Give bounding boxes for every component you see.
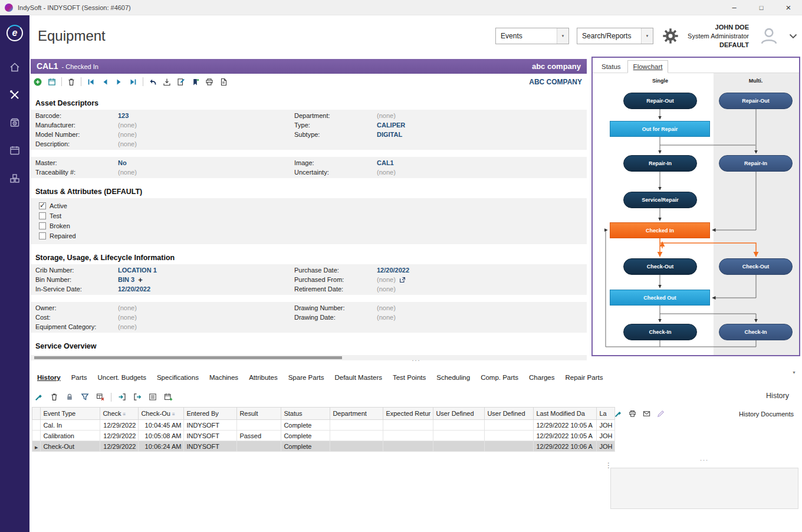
settings-gear-icon[interactable] bbox=[661, 27, 680, 45]
flow-node-checked-in-current[interactable]: Checked In bbox=[610, 222, 710, 238]
tab-repair-parts[interactable]: Repair Parts bbox=[560, 372, 609, 383]
checkbox-test[interactable] bbox=[39, 212, 46, 219]
navigate-previous-icon[interactable] bbox=[100, 77, 110, 87]
column-header-event-type[interactable]: Event Type bbox=[41, 408, 100, 420]
search-reports-dropdown[interactable]: Search/Reports bbox=[577, 28, 653, 44]
report-icon[interactable] bbox=[219, 77, 228, 87]
sidebar-item-home[interactable] bbox=[0, 54, 29, 82]
sidebar-item-equipment[interactable] bbox=[0, 82, 29, 110]
navigate-next-icon[interactable] bbox=[114, 77, 124, 87]
maximize-button[interactable] bbox=[748, 0, 775, 15]
bookmark-add-icon[interactable] bbox=[190, 77, 200, 87]
lock-icon[interactable] bbox=[65, 392, 74, 402]
user-menu-chevron-icon[interactable] bbox=[789, 34, 797, 39]
undo-icon[interactable] bbox=[148, 77, 157, 87]
flow-node-service-repair[interactable]: Service/Repair bbox=[623, 192, 697, 208]
edit-tool-icon[interactable] bbox=[614, 409, 623, 418]
history-row[interactable]: Calibration 12/29/2022 10:05:08 AM INDYS… bbox=[32, 431, 615, 441]
column-header-check-out[interactable]: Check-Ou bbox=[139, 408, 184, 420]
tab-comp-parts[interactable]: Comp. Parts bbox=[475, 372, 524, 383]
tab-flowchart[interactable]: Flowchart bbox=[627, 60, 669, 73]
tab-charges[interactable]: Charges bbox=[524, 372, 560, 383]
add-button[interactable] bbox=[33, 77, 42, 87]
tab-history[interactable]: History bbox=[32, 372, 66, 383]
flow-node-repair-out-single[interactable]: Repair-Out bbox=[623, 93, 697, 109]
checkbox-active[interactable] bbox=[39, 202, 46, 209]
flow-node-checked-out[interactable]: Checked Out bbox=[610, 290, 710, 306]
flow-node-check-out-single[interactable]: Check-Out bbox=[623, 258, 697, 275]
column-header-user-defined-2[interactable]: User Defined bbox=[485, 408, 534, 420]
delete-icon[interactable] bbox=[67, 77, 76, 87]
cell-check: 12/29/2022 bbox=[100, 431, 139, 441]
sidebar-item-calendar[interactable] bbox=[0, 137, 29, 165]
details-icon[interactable] bbox=[148, 392, 157, 402]
flow-node-repair-out-multi[interactable]: Repair-Out bbox=[719, 93, 793, 109]
company-name-link[interactable]: ABC COMPANY bbox=[529, 78, 584, 86]
navigate-last-icon[interactable] bbox=[129, 77, 138, 87]
check-in-event-icon[interactable] bbox=[117, 392, 127, 402]
flow-node-check-out-multi[interactable]: Check-Out bbox=[719, 258, 793, 275]
avatar-icon[interactable] bbox=[757, 25, 781, 47]
documents-splitter[interactable] bbox=[610, 455, 798, 462]
sidebar-item-shipping[interactable] bbox=[0, 165, 29, 193]
print-icon[interactable] bbox=[205, 77, 214, 87]
minimize-button[interactable] bbox=[721, 0, 748, 15]
check-out-event-icon[interactable] bbox=[133, 392, 142, 402]
events-dropdown[interactable]: Events bbox=[495, 28, 569, 44]
open-purchased-from-icon[interactable] bbox=[399, 277, 406, 283]
add-event-icon[interactable] bbox=[163, 392, 173, 402]
flow-node-check-in-multi[interactable]: Check-In bbox=[719, 324, 793, 340]
add-bin-icon[interactable] bbox=[138, 275, 143, 284]
export-icon[interactable] bbox=[162, 77, 172, 87]
email-icon[interactable] bbox=[642, 409, 651, 418]
close-button[interactable] bbox=[775, 0, 802, 15]
checkbox-repaired[interactable] bbox=[39, 232, 46, 239]
cell-check-out: 10:05:08 AM bbox=[139, 431, 184, 441]
tab-status[interactable]: Status bbox=[596, 61, 626, 73]
field-label: Traceability #: bbox=[35, 169, 118, 176]
edit-tool-icon[interactable] bbox=[34, 392, 44, 402]
tab-machines[interactable]: Machines bbox=[204, 372, 244, 383]
tab-spare-parts[interactable]: Spare Parts bbox=[283, 372, 330, 383]
tab-parts[interactable]: Parts bbox=[66, 372, 93, 383]
sidebar bbox=[0, 15, 29, 532]
column-header-user-defined-1[interactable]: User Defined bbox=[433, 408, 485, 420]
delete-icon[interactable] bbox=[50, 392, 59, 402]
tab-uncert-budgets[interactable]: Uncert. Budgets bbox=[92, 372, 151, 383]
app-window: { "titlebar": { "title": "IndySoft - IND… bbox=[0, 0, 802, 532]
row-selector[interactable] bbox=[32, 420, 41, 431]
column-header-result[interactable]: Result bbox=[237, 408, 281, 420]
flow-node-repair-in-single[interactable]: Repair-In bbox=[623, 155, 697, 172]
row-selector[interactable] bbox=[32, 441, 41, 452]
flow-node-out-for-repair[interactable]: Out for Repair bbox=[610, 121, 710, 137]
horizontal-splitter[interactable] bbox=[31, 356, 802, 363]
sidebar-item-inventory[interactable] bbox=[0, 110, 29, 137]
sign-icon[interactable] bbox=[656, 409, 665, 418]
navigate-first-icon[interactable] bbox=[86, 77, 96, 87]
filter-icon[interactable] bbox=[80, 392, 90, 402]
column-header-last-modified[interactable]: Last Modified Da bbox=[534, 408, 597, 420]
tab-specifications[interactable]: Specifications bbox=[152, 372, 204, 383]
print-icon[interactable] bbox=[628, 409, 637, 418]
tab-default-masters[interactable]: Default Masters bbox=[329, 372, 387, 383]
column-header-department[interactable]: Department bbox=[330, 408, 383, 420]
user-role: System Administrator bbox=[688, 32, 749, 41]
clear-filter-icon[interactable] bbox=[96, 392, 105, 402]
column-header-expected-return[interactable]: Expected Retur bbox=[383, 408, 433, 420]
tab-test-points[interactable]: Test Points bbox=[387, 372, 431, 383]
edit-icon[interactable] bbox=[176, 77, 186, 87]
column-header-check[interactable]: Check bbox=[100, 408, 139, 420]
tab-attributes[interactable]: Attributes bbox=[244, 372, 283, 383]
collapse-tabs-chevron-icon[interactable] bbox=[792, 366, 796, 376]
schedule-icon[interactable] bbox=[47, 77, 57, 87]
row-selector[interactable] bbox=[32, 431, 41, 441]
flow-node-repair-in-multi[interactable]: Repair-In bbox=[719, 155, 793, 172]
column-header-entered-by[interactable]: Entered By bbox=[184, 408, 237, 420]
history-row[interactable]: Cal. In 12/29/2022 10:04:45 AM INDYSOFT … bbox=[32, 420, 615, 431]
column-header-status[interactable]: Status bbox=[281, 408, 330, 420]
tab-scheduling[interactable]: Scheduling bbox=[431, 372, 475, 383]
history-row-selected[interactable]: Check-Out 12/29/2022 10:06:24 AM INDYSOF… bbox=[32, 441, 615, 452]
flow-node-check-in-single[interactable]: Check-In bbox=[623, 324, 697, 340]
checkbox-broken[interactable] bbox=[39, 222, 46, 229]
flowchart-tabbar: Status Flowchart bbox=[593, 58, 799, 73]
